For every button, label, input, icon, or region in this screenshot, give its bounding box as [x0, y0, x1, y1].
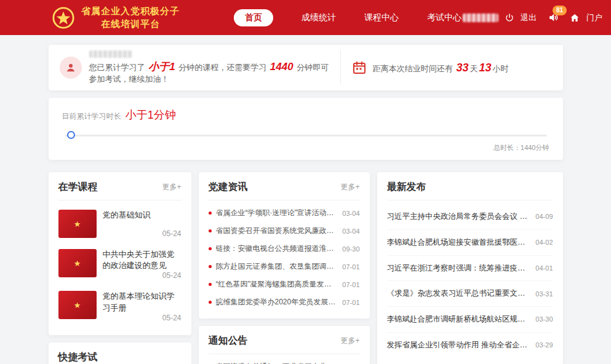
- news-date: 03-04: [342, 228, 359, 235]
- notification-badge: 81: [553, 6, 567, 15]
- user-name-redacted: [463, 14, 498, 22]
- news-item[interactable]: “红色基因”凝聚海螺集团高质量发展磅礴力... 07-01: [209, 275, 360, 293]
- latest-date: 04-09: [535, 213, 553, 220]
- slider-track: [65, 135, 547, 136]
- logout-button[interactable]: 退出: [521, 12, 537, 23]
- latest-item[interactable]: 李锦斌赴合肥机场迎接安徽首批援鄂医疗队凯... 04-02: [387, 230, 553, 256]
- course-item[interactable]: ★ 党的基本理论知识学习手册 05-24: [58, 285, 182, 327]
- latest-date: 04-01: [535, 264, 553, 272]
- latest-date: 03-31: [535, 290, 553, 298]
- progress-value: 小于1分钟: [126, 109, 176, 121]
- minutes-needed-value: 1440: [269, 61, 295, 73]
- slider-knob[interactable]: [67, 131, 75, 139]
- news-item[interactable]: 皖维集团党委举办2020年党员发展对象培训班... 07-01: [209, 293, 360, 311]
- party-news-panel: 党建资讯 更多+ 省属企业“学颂职·送理论”宣讲活动走进华安... 03-04 …: [199, 172, 370, 318]
- news-item[interactable]: 省国资委召开省国资系统党风廉政建设和反腐... 03-04: [209, 222, 360, 240]
- quick-exam-panel-title: 快捷考试: [58, 351, 98, 364]
- notices-more-link[interactable]: 更多+: [340, 336, 359, 346]
- latest-item[interactable]: 《求是》杂志发表习近平总书记重要文章《在... 03-31: [387, 281, 553, 307]
- news-item[interactable]: 陈方赴国元证券集团、农垦集团调研督导 07-01: [209, 258, 360, 275]
- user-avatar: [60, 57, 82, 79]
- course-title: 党的基础知识: [103, 210, 182, 221]
- bullet-dot-icon: [209, 301, 212, 304]
- news-title: 陈方赴国元证券集团、农垦集团调研督导: [216, 261, 338, 272]
- course-date: 05-24: [103, 314, 182, 322]
- party-news-more-link[interactable]: 更多+: [340, 182, 359, 192]
- bullet-dot-icon: [209, 265, 212, 268]
- announcement-speaker-icon[interactable]: 81: [548, 12, 559, 23]
- deadline-prefix: 距离本次结业时间还有: [373, 64, 455, 73]
- banner-divider: [340, 50, 341, 85]
- study-progress-message: 您已累计学习了 小于1 分钟的课程，还需要学习 1440 分钟即可参加考试，继续…: [89, 60, 329, 85]
- news-date: 03-04: [342, 210, 359, 217]
- latest-date: 04-02: [535, 239, 553, 246]
- latest-item[interactable]: 习近平主持中央政治局常务委员会会议 分析国... 04-09: [387, 204, 553, 230]
- latest-title: 李锦斌赴合肥市调研新桥机场航站区规划建设...: [387, 314, 531, 325]
- study-time-progress-card: 目前累计学习时长 小于1分钟 总时长：1440分钟: [49, 98, 563, 160]
- notices-panel-title: 通知公告: [209, 334, 248, 347]
- party-emblem-logo: [52, 6, 75, 30]
- page-title: 省属企业入党积极分子 在线培训平台: [81, 5, 180, 30]
- notice-title: 省国资委有关通知：要求省属企业认真贯彻落...: [216, 362, 338, 364]
- news-title: 链接：安徽电视台公共频道报道淮南职业学院...: [216, 243, 338, 254]
- news-item[interactable]: 链接：安徽电视台公共频道报道淮南职业学院... 09-30: [209, 240, 360, 258]
- study-status-banner: 您已累计学习了 小于1 分钟的课程，还需要学习 1440 分钟即可参加考试，继续…: [49, 45, 563, 90]
- latest-releases-panel: 最新发布 习近平主持中央政治局常务委员会会议 分析国... 04-09 李锦斌赴…: [377, 172, 563, 364]
- progress-label-row: 目前累计学习时长 小于1分钟: [62, 108, 549, 122]
- latest-releases-panel-title: 最新发布: [387, 181, 426, 194]
- main-content: 您已累计学习了 小于1 分钟的课程，还需要学习 1440 分钟即可参加考试，继续…: [49, 45, 563, 364]
- latest-title: 习近平在浙江考察时强调：统筹推进疫情防控...: [387, 263, 531, 274]
- study-status-left: 您已累计学习了 小于1 分钟的课程，还需要学习 1440 分钟即可参加考试，继续…: [60, 50, 329, 85]
- courses-more-link[interactable]: 更多+: [162, 182, 181, 192]
- header-user-area: 退出 81 门户: [463, 12, 602, 23]
- news-title: 省国资委召开省国资系统党风廉政建设和反腐...: [216, 226, 338, 236]
- latest-item[interactable]: 发挥省属企业引领带动作用 推动全省企业尽快... 03-29: [387, 333, 553, 358]
- nav-item-home[interactable]: 首页: [234, 9, 273, 26]
- progress-label: 目前累计学习时长: [62, 112, 121, 121]
- courses-panel: 在学课程 更多+ ★ 党的基础知识 05-24 ★ 中共中央关于加强党的政治建设…: [49, 172, 191, 335]
- bullet-dot-icon: [209, 247, 212, 250]
- calendar-icon: [352, 60, 367, 75]
- deadline-info: 距离本次结业时间还有 33天13小时: [352, 60, 552, 75]
- course-title: 中共中央关于加强党的政治建设的意见: [103, 249, 182, 271]
- news-date: 07-01: [342, 263, 359, 271]
- quick-exam-panel: 快捷考试 模拟考试: [49, 342, 191, 364]
- latest-item[interactable]: 李锦斌赴合肥市调研新桥机场航站区规划建设... 03-30: [387, 307, 553, 333]
- power-icon[interactable]: [505, 13, 514, 23]
- dashboard-columns: 在学课程 更多+ ★ 党的基础知识 05-24 ★ 中共中央关于加强党的政治建设…: [49, 172, 563, 364]
- notice-item[interactable]: 省国资委有关通知：要求省属企业认真贯彻落... 02-24: [209, 358, 360, 364]
- home-icon[interactable]: [569, 12, 580, 23]
- latest-date: 03-29: [535, 341, 553, 349]
- course-item[interactable]: ★ 党的基础知识 05-24: [58, 204, 182, 243]
- course-thumbnail: ★: [58, 249, 97, 277]
- study-progress-slider: [65, 131, 547, 140]
- course-thumbnail: ★: [58, 291, 97, 319]
- latest-title: 习近平主持中央政治局常务委员会会议 分析国...: [387, 211, 531, 223]
- latest-title: 李锦斌赴合肥机场迎接安徽首批援鄂医疗队凯...: [387, 237, 531, 248]
- brand: 省属企业入党积极分子 在线培训平台: [52, 5, 180, 30]
- latest-date: 03-30: [535, 315, 553, 323]
- days-unit: 天: [469, 64, 477, 73]
- main-nav: 首页 成绩统计 课程中心 考试中心: [234, 9, 461, 26]
- nav-item-exams[interactable]: 考试中心: [427, 12, 461, 23]
- deadline-text: 距离本次结业时间还有 33天13小时: [373, 61, 509, 74]
- bullet-dot-icon: [209, 229, 212, 232]
- course-title: 党的基本理论知识学习手册: [103, 291, 182, 313]
- nav-item-courses[interactable]: 课程中心: [364, 12, 399, 23]
- days-remaining: 33: [455, 61, 469, 74]
- news-date: 07-01: [342, 299, 359, 306]
- portal-link[interactable]: 门户: [586, 12, 602, 23]
- minutes-studied-value: 小于1: [147, 61, 176, 73]
- total-duration-label: 总时长：1440分钟: [62, 143, 549, 152]
- notices-panel: 通知公告 更多+ 省国资委有关通知：要求省属企业认真贯彻落... 02-24 关…: [199, 326, 370, 364]
- course-date: 05-24: [103, 271, 182, 280]
- nav-item-scores[interactable]: 成绩统计: [302, 12, 336, 23]
- news-date: 07-01: [342, 281, 359, 288]
- message-prefix: 您已累计学习了: [89, 63, 148, 72]
- course-item[interactable]: ★ 中共中央关于加强党的政治建设的意见 05-24: [58, 243, 182, 285]
- latest-item[interactable]: 习近平在浙江考察时强调：统筹推进疫情防控... 04-01: [387, 256, 553, 282]
- news-item[interactable]: 省属企业“学颂职·送理论”宣讲活动走进华安... 03-04: [209, 204, 360, 222]
- course-date: 05-24: [103, 229, 182, 238]
- bullet-dot-icon: [209, 283, 212, 286]
- news-title: 省属企业“学颂职·送理论”宣讲活动走进华安...: [216, 208, 338, 218]
